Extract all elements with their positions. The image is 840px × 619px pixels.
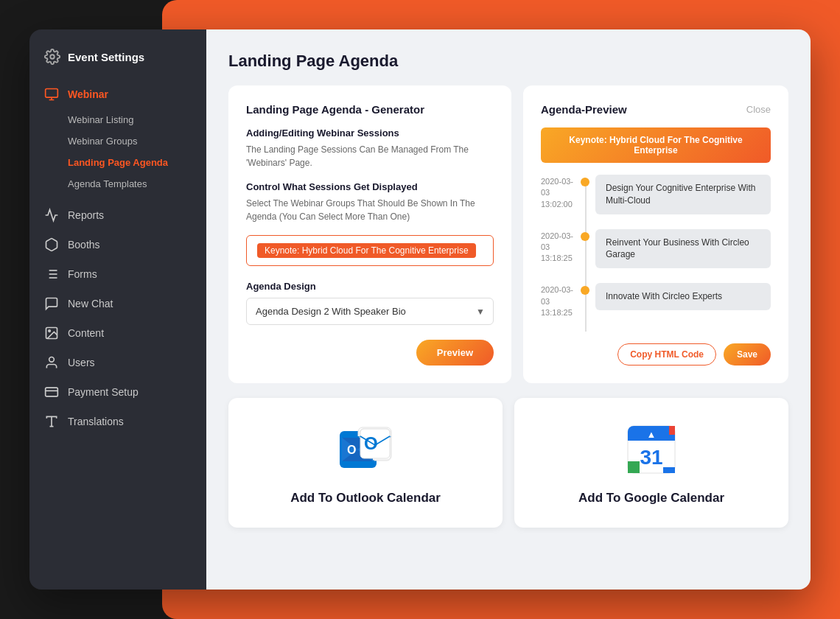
timeline-time-3: 2020-03-03 13:18:25	[541, 283, 581, 318]
gcal-icon: 31 ▲	[622, 420, 681, 479]
design-select[interactable]: Agenda Design 2 With Speaker Bio	[246, 298, 494, 325]
section1-heading: Adding/Editing Webinar Sessions	[246, 127, 494, 139]
outlook-calendar-card[interactable]: O O O O	[228, 398, 503, 528]
group-tag: Keynote: Hybrid Cloud For The Cognitive …	[257, 243, 476, 258]
sidebar-item-agenda-templates[interactable]: Agenda Templates	[29, 173, 206, 195]
timeline-content-3: Innovate With Circleo Experts	[595, 283, 771, 310]
content-label: Content	[68, 327, 104, 339]
page-title: Landing Page Agenda	[228, 52, 788, 71]
svg-text:▲: ▲	[647, 429, 657, 440]
timeline: 2020-03-03 13:02:00 Design Your Cognitiv…	[541, 175, 771, 338]
new-chat-label: New Chat	[68, 298, 113, 310]
sidebar-header: Event Settings	[29, 41, 206, 80]
sidebar-item-translations[interactable]: Translations	[29, 407, 206, 436]
preview-header: Agenda-Preview Close	[541, 103, 771, 116]
webinar-label: Webinar	[68, 88, 108, 100]
generator-card-title: Landing Page Agenda - Generator	[246, 103, 494, 116]
sidebar-item-landing-page-agenda[interactable]: Landing Page Agenda	[29, 152, 206, 173]
reports-label: Reports	[68, 209, 104, 221]
keynote-banner: Keynote: Hybrid Cloud For The Cognitive …	[541, 127, 771, 163]
webinar-section: Webinar Webinar Listing Webinar Groups L…	[29, 80, 206, 200]
timeline-item-1: 2020-03-03 13:02:00 Design Your Cognitiv…	[541, 175, 771, 214]
generator-card: Landing Page Agenda - Generator Adding/E…	[228, 85, 511, 383]
preview-footer: Copy HTML Code Save	[541, 343, 771, 366]
design-label: Agenda Design	[246, 281, 494, 292]
svg-point-0	[50, 55, 55, 59]
timeline-content-1: Design Your Cognitive Enterprise With Mu…	[595, 175, 771, 214]
sidebar-item-users[interactable]: Users	[29, 348, 206, 377]
close-button[interactable]: Close	[746, 104, 771, 115]
svg-rect-1	[46, 89, 58, 98]
chart-icon	[44, 208, 59, 223]
timeline-dot-1	[581, 178, 589, 186]
calendar-row: O O O O	[228, 398, 788, 528]
translations-label: Translations	[68, 416, 124, 427]
image-icon	[44, 326, 59, 340]
outlook-calendar-label: Add To Outlook Calendar	[290, 491, 441, 506]
svg-rect-38	[628, 461, 634, 467]
dollar-icon	[44, 385, 59, 399]
box-icon	[44, 237, 59, 252]
preview-card: Agenda-Preview Close Keynote: Hybrid Clo…	[523, 85, 788, 383]
gear-icon	[44, 49, 60, 65]
font-icon	[44, 414, 59, 429]
preview-title: Agenda-Preview	[541, 103, 627, 116]
section1-desc: The Landing Page Sessions Can Be Managed…	[246, 143, 494, 169]
sidebar-item-booths[interactable]: Booths	[29, 230, 206, 259]
app-container: Event Settings Webinar Webinar Listing W…	[29, 29, 811, 590]
main-content: Landing Page Agenda Landing Page Agenda …	[206, 29, 811, 590]
section2-desc: Select The Webinar Groups That Should Be…	[246, 197, 494, 223]
group-selector[interactable]: Keynote: Hybrid Cloud For The Cognitive …	[246, 235, 494, 266]
design-select-wrapper: Agenda Design 2 With Speaker Bio ▼	[246, 298, 494, 325]
preview-button[interactable]: Preview	[416, 340, 494, 366]
outlook-icon: O O O O	[336, 420, 395, 479]
sidebar-navigation: Webinar Webinar Listing Webinar Groups L…	[29, 80, 206, 590]
svg-text:O: O	[364, 433, 378, 453]
sidebar-item-webinar[interactable]: Webinar	[29, 80, 206, 109]
svg-point-12	[49, 357, 55, 363]
sidebar-title: Event Settings	[68, 51, 144, 63]
sidebar-item-payment-setup[interactable]: Payment Setup	[29, 377, 206, 407]
booths-label: Booths	[68, 239, 100, 251]
svg-text:31: 31	[640, 446, 662, 469]
chat-icon	[44, 296, 59, 311]
google-calendar-label: Add To Google Calendar	[578, 491, 724, 506]
forms-icon	[44, 267, 59, 281]
timeline-item-3: 2020-03-03 13:18:25 Innovate With Circle…	[541, 283, 771, 318]
payment-setup-label: Payment Setup	[68, 386, 139, 398]
timeline-time-1: 2020-03-03 13:02:00	[541, 175, 581, 210]
svg-rect-13	[46, 388, 58, 396]
sidebar: Event Settings Webinar Webinar Listing W…	[29, 29, 206, 590]
sidebar-item-content[interactable]: Content	[29, 318, 206, 348]
users-label: Users	[68, 357, 95, 368]
timeline-item-2: 2020-03-03 13:18:25 Reinvent Your Busine…	[541, 229, 771, 269]
webinar-submenu: Webinar Listing Webinar Groups Landing P…	[29, 109, 206, 195]
svg-text:O: O	[347, 444, 356, 456]
svg-point-11	[49, 330, 51, 332]
user-icon	[44, 355, 59, 370]
sidebar-item-forms[interactable]: Forms	[29, 259, 206, 289]
save-button[interactable]: Save	[724, 343, 771, 366]
google-calendar-card[interactable]: 31 ▲ Add To Google	[514, 398, 788, 528]
sidebar-item-new-chat[interactable]: New Chat	[29, 289, 206, 318]
sidebar-item-webinar-groups[interactable]: Webinar Groups	[29, 130, 206, 152]
timeline-dot-2	[581, 232, 589, 241]
section2-heading: Control What Sessions Get Displayed	[246, 181, 494, 192]
monitor-icon	[44, 87, 59, 102]
copy-html-button[interactable]: Copy HTML Code	[617, 343, 716, 366]
timeline-time-2: 2020-03-03 13:18:25	[541, 229, 581, 265]
sidebar-item-reports[interactable]: Reports	[29, 200, 206, 230]
timeline-content-2: Reinvent Your Business With Circleo Gara…	[595, 229, 771, 269]
forms-label: Forms	[68, 268, 97, 280]
sidebar-item-webinar-listing[interactable]: Webinar Listing	[29, 109, 206, 130]
timeline-dot-3	[581, 286, 589, 295]
cards-row: Landing Page Agenda - Generator Adding/E…	[228, 85, 788, 383]
